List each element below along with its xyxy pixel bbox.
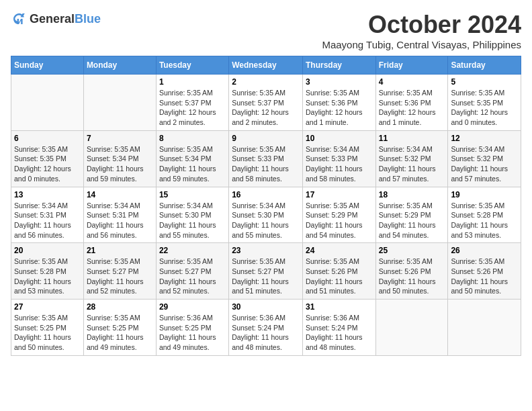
day-number: 5 — [451, 77, 518, 87]
location-title: Maayong Tubig, Central Visayas, Philippi… — [322, 39, 521, 50]
day-number: 22 — [159, 246, 226, 255]
table-row — [83, 75, 156, 131]
day-number: 20 — [14, 246, 81, 255]
day-info: Sunrise: 5:35 AM Sunset: 5:27 PM Dayligh… — [159, 257, 226, 296]
table-row: 27Sunrise: 5:35 AM Sunset: 5:25 PM Dayli… — [11, 300, 84, 356]
day-info: Sunrise: 5:35 AM Sunset: 5:34 PM Dayligh… — [87, 144, 153, 184]
day-number: 18 — [379, 190, 445, 199]
logo-blue: Blue — [75, 12, 101, 26]
table-row: 28Sunrise: 5:35 AM Sunset: 5:25 PM Dayli… — [83, 300, 156, 356]
table-row: 24Sunrise: 5:35 AM Sunset: 5:26 PM Dayli… — [302, 243, 375, 300]
day-number: 24 — [306, 246, 373, 255]
table-row: 17Sunrise: 5:35 AM Sunset: 5:29 PM Dayli… — [302, 187, 375, 243]
table-row: 9Sunrise: 5:35 AM Sunset: 5:33 PM Daylig… — [229, 130, 303, 187]
table-row: 23Sunrise: 5:35 AM Sunset: 5:27 PM Dayli… — [229, 243, 303, 300]
table-row: 5Sunrise: 5:35 AM Sunset: 5:35 PM Daylig… — [448, 75, 521, 131]
day-info: Sunrise: 5:35 AM Sunset: 5:36 PM Dayligh… — [306, 88, 373, 128]
day-number: 1 — [159, 77, 226, 87]
day-info: Sunrise: 5:35 AM Sunset: 5:35 PM Dayligh… — [451, 88, 518, 128]
day-number: 13 — [14, 190, 81, 199]
table-row: 29Sunrise: 5:36 AM Sunset: 5:25 PM Dayli… — [156, 300, 228, 356]
day-number: 10 — [306, 134, 373, 143]
day-info: Sunrise: 5:35 AM Sunset: 5:25 PM Dayligh… — [14, 313, 81, 353]
table-row: 20Sunrise: 5:35 AM Sunset: 5:28 PM Dayli… — [11, 243, 84, 300]
calendar-week-row: 20Sunrise: 5:35 AM Sunset: 5:28 PM Dayli… — [11, 243, 521, 300]
calendar-table: Sunday Monday Tuesday Wednesday Thursday… — [11, 56, 521, 356]
header-wednesday: Wednesday — [229, 56, 303, 75]
day-info: Sunrise: 5:35 AM Sunset: 5:26 PM Dayligh… — [451, 257, 518, 296]
day-number: 17 — [306, 190, 373, 199]
day-info: Sunrise: 5:34 AM Sunset: 5:31 PM Dayligh… — [14, 201, 81, 240]
month-title: October 2024 — [322, 11, 521, 39]
day-number: 28 — [87, 302, 153, 312]
day-number: 12 — [451, 134, 518, 143]
table-row — [448, 300, 521, 356]
day-info: Sunrise: 5:35 AM Sunset: 5:37 PM Dayligh… — [159, 88, 226, 128]
table-row: 1Sunrise: 5:35 AM Sunset: 5:37 PM Daylig… — [156, 75, 228, 131]
day-number: 14 — [87, 190, 153, 199]
day-info: Sunrise: 5:36 AM Sunset: 5:25 PM Dayligh… — [159, 313, 226, 353]
day-info: Sunrise: 5:35 AM Sunset: 5:36 PM Dayligh… — [379, 88, 445, 128]
day-info: Sunrise: 5:35 AM Sunset: 5:34 PM Dayligh… — [159, 144, 226, 184]
day-info: Sunrise: 5:35 AM Sunset: 5:33 PM Dayligh… — [232, 144, 300, 184]
logo: General Blue — [11, 11, 101, 27]
table-row: 19Sunrise: 5:35 AM Sunset: 5:28 PM Dayli… — [448, 187, 521, 243]
calendar-week-row: 6Sunrise: 5:35 AM Sunset: 5:35 PM Daylig… — [11, 130, 521, 187]
day-info: Sunrise: 5:35 AM Sunset: 5:29 PM Dayligh… — [306, 201, 373, 240]
calendar-week-row: 13Sunrise: 5:34 AM Sunset: 5:31 PM Dayli… — [11, 187, 521, 243]
table-row: 12Sunrise: 5:34 AM Sunset: 5:32 PM Dayli… — [448, 130, 521, 187]
table-row: 11Sunrise: 5:34 AM Sunset: 5:32 PM Dayli… — [375, 130, 448, 187]
day-info: Sunrise: 5:35 AM Sunset: 5:35 PM Dayligh… — [14, 144, 81, 184]
table-row: 18Sunrise: 5:35 AM Sunset: 5:29 PM Dayli… — [375, 187, 448, 243]
table-row: 21Sunrise: 5:35 AM Sunset: 5:27 PM Dayli… — [83, 243, 156, 300]
day-info: Sunrise: 5:35 AM Sunset: 5:27 PM Dayligh… — [87, 257, 153, 296]
table-row: 10Sunrise: 5:34 AM Sunset: 5:33 PM Dayli… — [302, 130, 375, 187]
day-number: 26 — [451, 246, 518, 255]
table-row: 30Sunrise: 5:36 AM Sunset: 5:24 PM Dayli… — [229, 300, 303, 356]
day-number: 15 — [159, 190, 226, 199]
table-row: 25Sunrise: 5:35 AM Sunset: 5:26 PM Dayli… — [375, 243, 448, 300]
day-number: 7 — [87, 134, 153, 143]
day-info: Sunrise: 5:35 AM Sunset: 5:28 PM Dayligh… — [451, 201, 518, 240]
page-header: General Blue October 2024 Maayong Tubig,… — [11, 11, 521, 50]
header-saturday: Saturday — [448, 56, 521, 75]
day-info: Sunrise: 5:34 AM Sunset: 5:33 PM Dayligh… — [306, 144, 373, 184]
day-number: 23 — [232, 246, 300, 255]
day-number: 27 — [14, 302, 81, 312]
table-row: 14Sunrise: 5:34 AM Sunset: 5:31 PM Dayli… — [83, 187, 156, 243]
table-row: 31Sunrise: 5:36 AM Sunset: 5:24 PM Dayli… — [302, 300, 375, 356]
header-monday: Monday — [83, 56, 156, 75]
day-number: 11 — [379, 134, 445, 143]
table-row: 8Sunrise: 5:35 AM Sunset: 5:34 PM Daylig… — [156, 130, 228, 187]
header-thursday: Thursday — [302, 56, 375, 75]
table-row — [375, 300, 448, 356]
day-info: Sunrise: 5:36 AM Sunset: 5:24 PM Dayligh… — [232, 313, 300, 353]
day-number: 16 — [232, 190, 300, 199]
day-number: 19 — [451, 190, 518, 199]
table-row: 22Sunrise: 5:35 AM Sunset: 5:27 PM Dayli… — [156, 243, 228, 300]
day-number: 8 — [159, 134, 226, 143]
day-info: Sunrise: 5:35 AM Sunset: 5:26 PM Dayligh… — [379, 257, 445, 296]
header-friday: Friday — [375, 56, 448, 75]
day-number: 29 — [159, 302, 226, 312]
logo-icon — [11, 11, 27, 27]
day-info: Sunrise: 5:34 AM Sunset: 5:32 PM Dayligh… — [451, 144, 518, 184]
day-info: Sunrise: 5:34 AM Sunset: 5:32 PM Dayligh… — [379, 144, 445, 184]
table-row: 7Sunrise: 5:35 AM Sunset: 5:34 PM Daylig… — [83, 130, 156, 187]
day-number: 4 — [379, 77, 445, 87]
calendar-week-row: 1Sunrise: 5:35 AM Sunset: 5:37 PM Daylig… — [11, 75, 521, 131]
table-row: 3Sunrise: 5:35 AM Sunset: 5:36 PM Daylig… — [302, 75, 375, 131]
table-row: 4Sunrise: 5:35 AM Sunset: 5:36 PM Daylig… — [375, 75, 448, 131]
day-number: 2 — [232, 77, 300, 87]
day-number: 30 — [232, 302, 300, 312]
calendar-week-row: 27Sunrise: 5:35 AM Sunset: 5:25 PM Dayli… — [11, 300, 521, 356]
table-row — [11, 75, 84, 131]
logo-text: General Blue — [30, 12, 101, 26]
title-block: October 2024 Maayong Tubig, Central Visa… — [322, 11, 521, 50]
table-row: 26Sunrise: 5:35 AM Sunset: 5:26 PM Dayli… — [448, 243, 521, 300]
header-tuesday: Tuesday — [156, 56, 228, 75]
day-info: Sunrise: 5:36 AM Sunset: 5:24 PM Dayligh… — [306, 313, 373, 353]
day-number: 31 — [306, 302, 373, 312]
day-info: Sunrise: 5:35 AM Sunset: 5:37 PM Dayligh… — [232, 88, 300, 128]
day-info: Sunrise: 5:35 AM Sunset: 5:26 PM Dayligh… — [306, 257, 373, 296]
